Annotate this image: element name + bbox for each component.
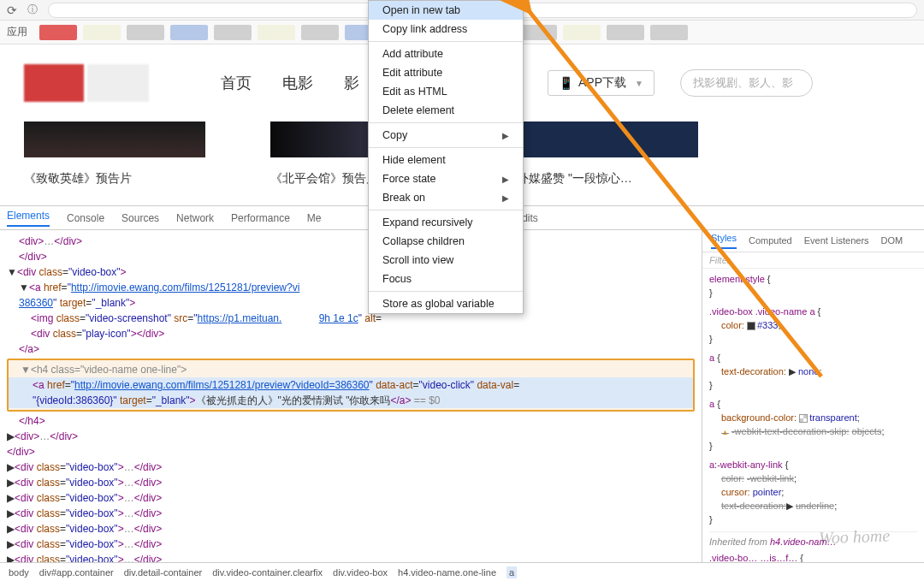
styles-tabs: Styles Computed Event Listeners DOM [702, 230, 924, 252]
nav-cinema[interactable]: 影 [344, 73, 359, 93]
site-logo[interactable] [24, 64, 152, 102]
tab-performance[interactable]: Performance [231, 212, 290, 224]
thumb-title: 《致敬英雄》预告片 [24, 171, 205, 187]
context-menu-item[interactable]: Edit attribute [369, 63, 523, 82]
tab-event-listeners[interactable]: Event Listeners [804, 235, 869, 246]
tab-elements[interactable]: Elements [7, 210, 50, 227]
crumb[interactable]: div.video-container.clearfix [212, 567, 323, 578]
bookmark-item[interactable] [301, 25, 339, 40]
context-menu-item[interactable]: Scroll into view [369, 251, 523, 270]
selected-node-box: ▼<h4 class="video-name one-line"> <a hre… [7, 359, 695, 412]
context-menu-item[interactable]: Break on▶ [369, 188, 523, 207]
chevron-down-icon: ▼ [635, 79, 643, 88]
bookmark-item[interactable] [214, 25, 252, 40]
styles-panel: Styles Computed Event Listeners DOM Filt… [702, 230, 924, 562]
crumb[interactable]: body [9, 567, 29, 578]
crumb[interactable]: div#app.container [39, 567, 114, 578]
app-download-button[interactable]: 📱 APP下载 ▼ [548, 70, 654, 96]
bookmark-item[interactable] [170, 25, 208, 40]
tab-computed[interactable]: Computed [749, 235, 792, 246]
app-download-label: APP下载 [578, 75, 626, 91]
bookmark-item[interactable] [607, 25, 644, 40]
tab-styles[interactable]: Styles [711, 233, 737, 249]
context-menu-item[interactable]: Hide element [369, 151, 523, 169]
tab-memory[interactable]: Me [307, 212, 322, 224]
phone-icon: 📱 [559, 76, 573, 90]
video-thumb[interactable]: 外媒盛赞 "一段惊心… [517, 122, 698, 187]
context-menu-item[interactable]: Open in new tab [369, 1, 523, 20]
tab-network[interactable]: Network [176, 212, 214, 224]
reload-icon[interactable]: ⟳ [7, 3, 17, 17]
elements-breadcrumb[interactable]: body div#app.container div.detail-contai… [0, 562, 924, 581]
tab-console[interactable]: Console [67, 212, 104, 224]
video-thumb[interactable]: 《致敬英雄》预告片 [24, 122, 205, 187]
nav-home[interactable]: 首页 [221, 73, 252, 93]
bookmarks-label: 应用 [7, 25, 27, 39]
elements-tree[interactable]: <div>…</div> </div> ▼<div class="video-b… [0, 230, 702, 562]
context-menu: Open in new tabCopy link addressAdd attr… [368, 0, 524, 314]
bookmark-item[interactable] [650, 25, 688, 40]
context-menu-item[interactable]: Collapse children [369, 232, 523, 251]
crumb[interactable]: div.video-box [333, 567, 388, 578]
tab-dom[interactable]: DOM [881, 235, 903, 246]
bookmark-item[interactable] [519, 25, 557, 40]
info-icon[interactable]: ⓘ [27, 3, 38, 17]
context-menu-item[interactable]: Store as global variable [369, 294, 523, 313]
bookmark-item[interactable] [258, 25, 295, 40]
context-menu-item[interactable]: Focus [369, 270, 523, 288]
context-menu-item[interactable]: Add attribute [369, 44, 523, 63]
search-input[interactable]: 找影视剧、影人、影 [680, 69, 813, 97]
context-menu-item[interactable]: Expand recursively [369, 213, 523, 232]
styles-rules[interactable]: element.style {} .video-box .video-name … [702, 269, 924, 562]
bookmark-item[interactable] [563, 25, 601, 40]
thumb-image [24, 122, 205, 157]
bookmark-item[interactable] [83, 25, 121, 40]
bookmark-item[interactable] [39, 25, 77, 40]
context-menu-item[interactable]: Delete element [369, 101, 523, 120]
context-menu-item[interactable]: Copy link address [369, 20, 523, 39]
crumb-selected[interactable]: a [506, 566, 517, 578]
crumb[interactable]: h4.video-name.one-line [398, 567, 496, 578]
nav-movies[interactable]: 电影 [282, 73, 313, 93]
context-menu-item[interactable]: Force state▶ [369, 169, 523, 188]
bookmark-item[interactable] [127, 25, 164, 40]
styles-filter[interactable]: Filter [702, 252, 924, 269]
thumb-image [517, 122, 698, 157]
thumb-title: 外媒盛赞 "一段惊心… [517, 171, 698, 187]
tab-sources[interactable]: Sources [121, 212, 159, 224]
context-menu-item[interactable]: Copy▶ [369, 126, 523, 145]
crumb[interactable]: div.detail-container [124, 567, 203, 578]
context-menu-item[interactable]: Edit as HTML [369, 82, 523, 101]
